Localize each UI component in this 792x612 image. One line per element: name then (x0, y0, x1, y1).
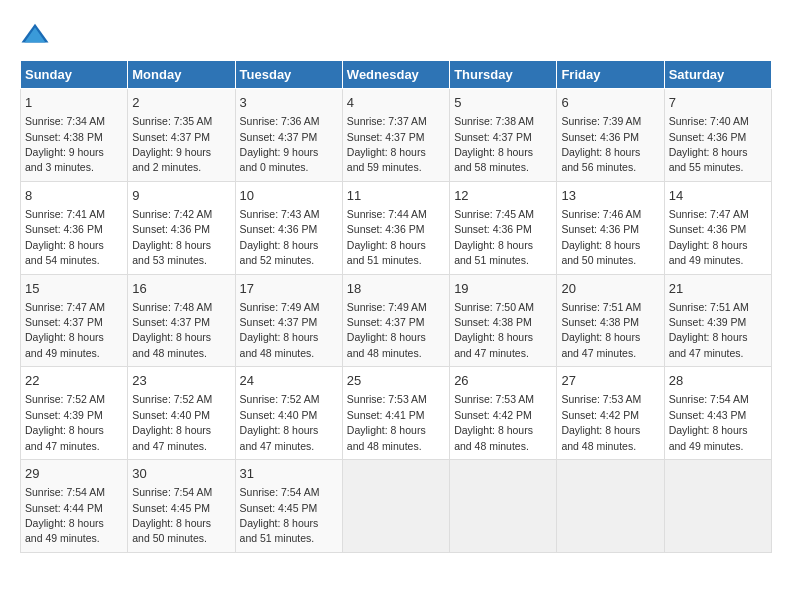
header-monday: Monday (128, 61, 235, 89)
week-row-2: 8 Sunrise: 7:41 AMSunset: 4:36 PMDayligh… (21, 181, 772, 274)
day-cell: 27 Sunrise: 7:53 AMSunset: 4:42 PMDaylig… (557, 367, 664, 460)
day-info: Sunrise: 7:42 AMSunset: 4:36 PMDaylight:… (132, 208, 212, 266)
day-info: Sunrise: 7:52 AMSunset: 4:39 PMDaylight:… (25, 393, 105, 451)
day-number: 6 (561, 94, 659, 112)
day-cell: 24 Sunrise: 7:52 AMSunset: 4:40 PMDaylig… (235, 367, 342, 460)
day-cell (557, 460, 664, 553)
week-row-1: 1 Sunrise: 7:34 AMSunset: 4:38 PMDayligh… (21, 89, 772, 182)
day-cell: 19 Sunrise: 7:50 AMSunset: 4:38 PMDaylig… (450, 274, 557, 367)
header-friday: Friday (557, 61, 664, 89)
day-info: Sunrise: 7:41 AMSunset: 4:36 PMDaylight:… (25, 208, 105, 266)
logo (20, 20, 54, 50)
day-number: 27 (561, 372, 659, 390)
day-info: Sunrise: 7:53 AMSunset: 4:41 PMDaylight:… (347, 393, 427, 451)
day-cell: 29 Sunrise: 7:54 AMSunset: 4:44 PMDaylig… (21, 460, 128, 553)
day-cell: 18 Sunrise: 7:49 AMSunset: 4:37 PMDaylig… (342, 274, 449, 367)
day-cell (664, 460, 771, 553)
calendar-table: SundayMondayTuesdayWednesdayThursdayFrid… (20, 60, 772, 553)
day-info: Sunrise: 7:46 AMSunset: 4:36 PMDaylight:… (561, 208, 641, 266)
day-number: 21 (669, 280, 767, 298)
day-number: 10 (240, 187, 338, 205)
day-cell: 15 Sunrise: 7:47 AMSunset: 4:37 PMDaylig… (21, 274, 128, 367)
day-info: Sunrise: 7:34 AMSunset: 4:38 PMDaylight:… (25, 115, 105, 173)
day-cell: 13 Sunrise: 7:46 AMSunset: 4:36 PMDaylig… (557, 181, 664, 274)
calendar-body: 1 Sunrise: 7:34 AMSunset: 4:38 PMDayligh… (21, 89, 772, 553)
day-number: 29 (25, 465, 123, 483)
day-info: Sunrise: 7:43 AMSunset: 4:36 PMDaylight:… (240, 208, 320, 266)
day-cell (342, 460, 449, 553)
day-number: 20 (561, 280, 659, 298)
day-info: Sunrise: 7:54 AMSunset: 4:45 PMDaylight:… (240, 486, 320, 544)
day-number: 1 (25, 94, 123, 112)
day-cell: 1 Sunrise: 7:34 AMSunset: 4:38 PMDayligh… (21, 89, 128, 182)
day-cell: 31 Sunrise: 7:54 AMSunset: 4:45 PMDaylig… (235, 460, 342, 553)
day-info: Sunrise: 7:35 AMSunset: 4:37 PMDaylight:… (132, 115, 212, 173)
day-cell: 12 Sunrise: 7:45 AMSunset: 4:36 PMDaylig… (450, 181, 557, 274)
day-number: 13 (561, 187, 659, 205)
day-cell: 9 Sunrise: 7:42 AMSunset: 4:36 PMDayligh… (128, 181, 235, 274)
day-info: Sunrise: 7:54 AMSunset: 4:45 PMDaylight:… (132, 486, 212, 544)
day-number: 8 (25, 187, 123, 205)
day-info: Sunrise: 7:53 AMSunset: 4:42 PMDaylight:… (561, 393, 641, 451)
day-info: Sunrise: 7:51 AMSunset: 4:38 PMDaylight:… (561, 301, 641, 359)
day-info: Sunrise: 7:44 AMSunset: 4:36 PMDaylight:… (347, 208, 427, 266)
day-cell: 5 Sunrise: 7:38 AMSunset: 4:37 PMDayligh… (450, 89, 557, 182)
day-cell: 30 Sunrise: 7:54 AMSunset: 4:45 PMDaylig… (128, 460, 235, 553)
header-tuesday: Tuesday (235, 61, 342, 89)
page-header (20, 20, 772, 50)
day-cell: 10 Sunrise: 7:43 AMSunset: 4:36 PMDaylig… (235, 181, 342, 274)
day-cell: 28 Sunrise: 7:54 AMSunset: 4:43 PMDaylig… (664, 367, 771, 460)
day-cell: 7 Sunrise: 7:40 AMSunset: 4:36 PMDayligh… (664, 89, 771, 182)
header-row: SundayMondayTuesdayWednesdayThursdayFrid… (21, 61, 772, 89)
day-cell: 26 Sunrise: 7:53 AMSunset: 4:42 PMDaylig… (450, 367, 557, 460)
day-number: 31 (240, 465, 338, 483)
day-info: Sunrise: 7:53 AMSunset: 4:42 PMDaylight:… (454, 393, 534, 451)
day-info: Sunrise: 7:49 AMSunset: 4:37 PMDaylight:… (347, 301, 427, 359)
day-number: 16 (132, 280, 230, 298)
day-cell: 2 Sunrise: 7:35 AMSunset: 4:37 PMDayligh… (128, 89, 235, 182)
day-cell: 14 Sunrise: 7:47 AMSunset: 4:36 PMDaylig… (664, 181, 771, 274)
week-row-3: 15 Sunrise: 7:47 AMSunset: 4:37 PMDaylig… (21, 274, 772, 367)
header-saturday: Saturday (664, 61, 771, 89)
logo-icon (20, 20, 50, 50)
day-number: 26 (454, 372, 552, 390)
day-number: 22 (25, 372, 123, 390)
day-number: 5 (454, 94, 552, 112)
day-cell: 16 Sunrise: 7:48 AMSunset: 4:37 PMDaylig… (128, 274, 235, 367)
day-number: 28 (669, 372, 767, 390)
day-number: 12 (454, 187, 552, 205)
day-info: Sunrise: 7:49 AMSunset: 4:37 PMDaylight:… (240, 301, 320, 359)
day-cell: 6 Sunrise: 7:39 AMSunset: 4:36 PMDayligh… (557, 89, 664, 182)
day-number: 19 (454, 280, 552, 298)
day-info: Sunrise: 7:47 AMSunset: 4:37 PMDaylight:… (25, 301, 105, 359)
day-cell: 11 Sunrise: 7:44 AMSunset: 4:36 PMDaylig… (342, 181, 449, 274)
day-cell (450, 460, 557, 553)
day-number: 4 (347, 94, 445, 112)
week-row-5: 29 Sunrise: 7:54 AMSunset: 4:44 PMDaylig… (21, 460, 772, 553)
day-info: Sunrise: 7:36 AMSunset: 4:37 PMDaylight:… (240, 115, 320, 173)
day-info: Sunrise: 7:38 AMSunset: 4:37 PMDaylight:… (454, 115, 534, 173)
day-info: Sunrise: 7:54 AMSunset: 4:44 PMDaylight:… (25, 486, 105, 544)
day-info: Sunrise: 7:50 AMSunset: 4:38 PMDaylight:… (454, 301, 534, 359)
day-number: 3 (240, 94, 338, 112)
day-cell: 17 Sunrise: 7:49 AMSunset: 4:37 PMDaylig… (235, 274, 342, 367)
day-number: 9 (132, 187, 230, 205)
day-cell: 3 Sunrise: 7:36 AMSunset: 4:37 PMDayligh… (235, 89, 342, 182)
day-number: 11 (347, 187, 445, 205)
day-info: Sunrise: 7:40 AMSunset: 4:36 PMDaylight:… (669, 115, 749, 173)
day-number: 2 (132, 94, 230, 112)
day-cell: 23 Sunrise: 7:52 AMSunset: 4:40 PMDaylig… (128, 367, 235, 460)
calendar-header: SundayMondayTuesdayWednesdayThursdayFrid… (21, 61, 772, 89)
day-info: Sunrise: 7:52 AMSunset: 4:40 PMDaylight:… (240, 393, 320, 451)
day-info: Sunrise: 7:37 AMSunset: 4:37 PMDaylight:… (347, 115, 427, 173)
day-info: Sunrise: 7:39 AMSunset: 4:36 PMDaylight:… (561, 115, 641, 173)
day-number: 23 (132, 372, 230, 390)
header-sunday: Sunday (21, 61, 128, 89)
day-number: 18 (347, 280, 445, 298)
day-info: Sunrise: 7:47 AMSunset: 4:36 PMDaylight:… (669, 208, 749, 266)
day-number: 24 (240, 372, 338, 390)
day-number: 15 (25, 280, 123, 298)
week-row-4: 22 Sunrise: 7:52 AMSunset: 4:39 PMDaylig… (21, 367, 772, 460)
day-info: Sunrise: 7:51 AMSunset: 4:39 PMDaylight:… (669, 301, 749, 359)
day-cell: 4 Sunrise: 7:37 AMSunset: 4:37 PMDayligh… (342, 89, 449, 182)
